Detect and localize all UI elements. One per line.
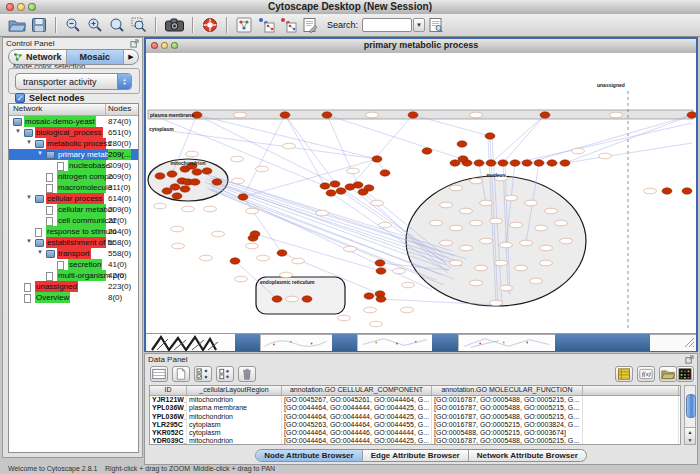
table-cell[interactable]: YKR052C (150, 429, 187, 437)
table-cell[interactable]: [GO:0016787, GO:0005488, GO:0005215, G..… (432, 396, 583, 404)
zoom-selected-icon[interactable] (129, 16, 149, 34)
network-node[interactable] (376, 296, 386, 302)
table-cell[interactable]: [GO:0016787, GO:0005488, GO:0005215, G..… (432, 437, 583, 445)
table-cell[interactable]: plasma membrane (187, 404, 282, 412)
table-cell[interactable]: mitochondrion (187, 437, 282, 445)
network-node[interactable] (320, 183, 330, 189)
delete-attribute-icon[interactable] (238, 366, 256, 382)
tab-network-attribute-browser[interactable]: Network Attribute Browser (469, 450, 586, 461)
table-cell[interactable]: [GO:0044464, GO:0044444, GO:0044425, G..… (282, 413, 432, 421)
table-cell[interactable]: [GO:0044464, GO:0044444, GO:0044425, G..… (282, 404, 432, 412)
column-header-_cellularLayoutRegion[interactable]: _cellularLayoutRegion (187, 386, 282, 395)
network-node[interactable] (687, 112, 696, 118)
network-node[interactable] (238, 194, 248, 200)
network-node[interactable] (302, 296, 312, 302)
tree-row-overview[interactable]: Overview8(0) (9, 292, 138, 303)
network-node[interactable] (522, 160, 532, 166)
network-node[interactable] (190, 179, 200, 185)
network-node[interactable] (486, 160, 496, 166)
open-network-icon[interactable] (7, 16, 27, 34)
network-node[interactable] (662, 188, 672, 194)
network-node[interactable] (485, 133, 495, 139)
network-view-icon[interactable] (234, 16, 254, 34)
network-node[interactable] (682, 188, 692, 194)
background-network-window[interactable] (260, 334, 332, 351)
snapshot-camera-icon[interactable] (163, 16, 186, 34)
import-attributes-icon[interactable] (659, 366, 677, 382)
tree-row-metabolic-process[interactable]: ▼metabolic process280(0) (9, 138, 138, 149)
table-vertical-scrollbar[interactable]: ▲▼ (684, 385, 696, 445)
table-cell[interactable]: YDR039C__1 (150, 437, 187, 445)
table-cell[interactable]: [GO:0044464, GO:0044446, GO:0044444, G..… (282, 429, 432, 437)
tree-row-biological-process[interactable]: ▼biological_process651(0) (9, 127, 138, 138)
node-color-attribute-select[interactable]: transporter activity ▲▼ (15, 73, 132, 90)
create-view-icon[interactable] (256, 16, 276, 34)
network-node[interactable] (353, 182, 363, 188)
search-dropdown-button[interactable]: ▼ (413, 18, 425, 32)
resize-grip[interactable] (650, 334, 696, 351)
network-node[interactable] (560, 160, 570, 166)
network-node[interactable] (167, 171, 177, 177)
table-cell[interactable]: [GO:0016787, GO:0005215, GO:0003824, G..… (432, 421, 583, 429)
tree-row-multi-organism-pro[interactable]: multi-organism pro42(0) (9, 270, 138, 281)
search-input[interactable] (362, 18, 412, 32)
network-node[interactable] (322, 112, 332, 118)
new-attribute-icon[interactable] (172, 366, 190, 382)
table-cell[interactable]: mitochondrion (187, 413, 282, 421)
zoom-fit-icon[interactable] (107, 16, 127, 34)
table-cell[interactable]: [GO:0016787, GO:0005488, GO:0005215, G..… (432, 404, 583, 412)
table-cell[interactable]: [GO:0016787, GO:0005488, GO:0005215, G..… (432, 413, 583, 421)
network-node[interactable] (180, 186, 190, 192)
network-node[interactable] (408, 112, 418, 118)
network-node[interactable] (422, 148, 432, 154)
tree-row-transport[interactable]: ▼transport558(0) (9, 248, 138, 259)
network-node[interactable] (212, 179, 222, 185)
table-cell[interactable]: YPL036W__2 (150, 404, 187, 412)
tree-row-cellular-process[interactable]: ▼cellular process614(0) (9, 193, 138, 204)
network-node[interactable] (474, 160, 484, 166)
network-node[interactable] (380, 170, 390, 176)
network-node[interactable] (192, 169, 202, 175)
help-lifering-icon[interactable] (200, 16, 220, 34)
network-node[interactable] (250, 231, 260, 237)
network-node[interactable] (457, 141, 467, 147)
background-network-window[interactable] (458, 334, 555, 351)
column-header-blank[interactable] (583, 386, 679, 395)
tree-row-secretion[interactable]: secretion41(0) (9, 259, 138, 270)
network-node[interactable] (458, 156, 468, 162)
table-row[interactable]: YDR039C__1mitochondrion[GO:0044464, GO:0… (150, 437, 680, 445)
table-cell[interactable] (583, 421, 679, 429)
select-nodes-checkbox[interactable]: ✓ (15, 93, 25, 103)
table-cell[interactable]: [GO:0005488, GO:0005215, GO:0003674] (432, 429, 583, 437)
network-node[interactable] (172, 193, 182, 199)
scrollbar-arrows[interactable]: ▲▼ (685, 427, 695, 444)
network-node[interactable] (280, 112, 290, 118)
network-node[interactable] (364, 185, 374, 191)
select-attributes-icon[interactable] (194, 366, 212, 382)
table-cell[interactable]: [GO:0045267, GO:0045261, GO:0044464, G..… (282, 396, 432, 404)
network-node[interactable] (277, 250, 287, 256)
network-node[interactable] (375, 260, 385, 266)
network-node[interactable] (155, 173, 165, 179)
tree-row-nucleobase-[interactable]: nucleobase-209(0) (9, 160, 138, 171)
tree-row-cell-communicat[interactable]: cell communicat22(0) (9, 215, 138, 226)
annotation-icon[interactable] (300, 16, 320, 34)
table-cell[interactable]: [GO:0044464, GO:0044444, GO:0044425, G..… (282, 437, 432, 445)
zoom-in-icon[interactable] (85, 16, 105, 34)
table-cell[interactable] (583, 429, 679, 437)
float-panel-icon[interactable] (685, 355, 694, 364)
table-cell[interactable] (583, 396, 679, 404)
network-node[interactable] (534, 160, 544, 166)
attribute-table-icon[interactable] (150, 366, 168, 382)
network-node[interactable] (510, 160, 520, 166)
table-cell[interactable]: YJR121W__1 (150, 396, 187, 404)
network-node[interactable] (372, 156, 382, 162)
table-cell[interactable]: YLR295C (150, 421, 187, 429)
table-cell[interactable]: YPL036W__1 (150, 413, 187, 421)
tree-row-mosaic-demo-yeast[interactable]: mosaic-demo-yeast874(0) (9, 116, 138, 127)
network-node[interactable] (364, 293, 374, 299)
save-session-icon[interactable] (29, 16, 49, 34)
table-cell[interactable]: [GO:0045263, GO:0044464, GO:0044455, G..… (282, 421, 432, 429)
tab-node-attribute-browser[interactable]: Node Attribute Browser (256, 450, 363, 461)
column-header-annotation.GO CELLULAR_COMPONENT[interactable]: annotation.GO CELLULAR_COMPONENT (282, 386, 432, 395)
